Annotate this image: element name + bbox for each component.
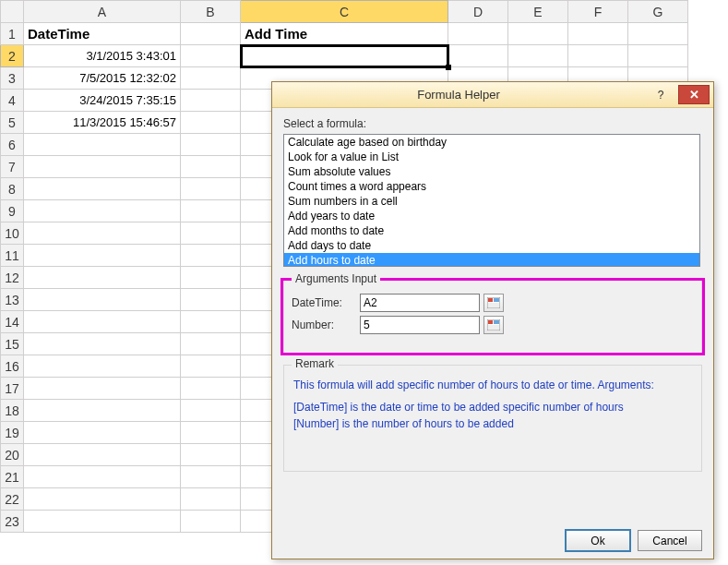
- dialog-title: Formula Helper: [272, 88, 645, 102]
- row-header-3[interactable]: 3: [1, 67, 24, 90]
- col-header-F[interactable]: F: [568, 1, 628, 23]
- range-selector-icon: [487, 297, 500, 308]
- close-button[interactable]: ✕: [678, 85, 710, 104]
- cell-B2[interactable]: [181, 45, 241, 67]
- number-input[interactable]: [360, 316, 480, 334]
- row-header-22[interactable]: 22: [1, 488, 24, 511]
- range-selector-icon: [487, 319, 500, 331]
- col-header-D[interactable]: D: [448, 1, 508, 23]
- formula-item[interactable]: Add days to date: [284, 238, 699, 253]
- remark-fieldset: Remark This formula will add specific nu…: [283, 365, 702, 472]
- cell-F2[interactable]: [568, 45, 628, 67]
- row-header-11[interactable]: 11: [1, 245, 24, 267]
- svg-rect-2: [494, 298, 499, 302]
- cancel-button[interactable]: Cancel: [638, 530, 702, 551]
- cell-B4[interactable]: [181, 90, 241, 112]
- cell-A5[interactable]: 11/3/2015 15:46:57: [24, 112, 181, 134]
- row-header-20[interactable]: 20: [1, 444, 24, 466]
- row-header-7[interactable]: 7: [1, 156, 24, 178]
- formula-listbox[interactable]: Calculate age based on birthdayLook for …: [283, 134, 700, 267]
- dialog-titlebar[interactable]: Formula Helper ? ✕: [272, 82, 713, 108]
- row-header-23[interactable]: 23: [1, 511, 24, 533]
- cell-C2-active[interactable]: [241, 45, 448, 67]
- formula-item[interactable]: Add years to date: [284, 209, 699, 223]
- cell-A2[interactable]: 3/1/2015 3:43:01: [24, 45, 181, 67]
- cell-D1[interactable]: [448, 23, 508, 45]
- select-all-corner[interactable]: [1, 1, 24, 23]
- datetime-input[interactable]: [360, 294, 480, 312]
- svg-rect-3: [488, 303, 499, 307]
- row-header-19[interactable]: 19: [1, 422, 24, 444]
- formula-item[interactable]: Calculate age based on birthday: [284, 135, 699, 150]
- cell-G2[interactable]: [628, 45, 688, 67]
- remark-legend: Remark: [292, 357, 338, 370]
- row-header-16[interactable]: 16: [1, 355, 24, 378]
- svg-rect-5: [488, 320, 493, 324]
- row-header-2[interactable]: 2: [1, 45, 24, 67]
- number-range-selector-button[interactable]: [483, 316, 504, 334]
- number-label: Number:: [292, 319, 360, 331]
- row-header-13[interactable]: 13: [1, 289, 24, 311]
- fill-handle[interactable]: [446, 65, 451, 70]
- formula-item[interactable]: Sum absolute values: [284, 164, 699, 179]
- col-header-G[interactable]: G: [628, 1, 688, 23]
- formula-helper-dialog: Formula Helper ? ✕ Select a formula: Cal…: [271, 81, 714, 559]
- remark-line1: This formula will add specific number of…: [293, 379, 692, 391]
- row-header-8[interactable]: 8: [1, 178, 24, 200]
- col-header-C[interactable]: C: [241, 1, 448, 23]
- row-header-21[interactable]: 21: [1, 466, 24, 488]
- cell-G1[interactable]: [628, 23, 688, 45]
- svg-rect-7: [488, 325, 499, 330]
- cell-C1[interactable]: Add Time: [241, 23, 448, 45]
- help-button[interactable]: ?: [645, 85, 676, 104]
- arguments-fieldset: Arguments Input DateTime: Number:: [283, 280, 702, 354]
- cell-A3[interactable]: 7/5/2015 12:32:02: [24, 67, 181, 90]
- row-header-17[interactable]: 17: [1, 378, 24, 400]
- row-header-14[interactable]: 14: [1, 311, 24, 333]
- cell-B5[interactable]: [181, 112, 241, 134]
- row-header-1[interactable]: 1: [1, 23, 24, 45]
- formula-item[interactable]: Sum numbers in a cell: [284, 194, 699, 209]
- remark-line2: [DateTime] is the date or time to be add…: [293, 401, 692, 414]
- cell-E1[interactable]: [508, 23, 568, 45]
- cell-A4[interactable]: 3/24/2015 7:35:15: [24, 90, 181, 112]
- row-header-5[interactable]: 5: [1, 112, 24, 134]
- cell-E2[interactable]: [508, 45, 568, 67]
- ok-button[interactable]: Ok: [566, 530, 630, 551]
- row-header-4[interactable]: 4: [1, 90, 24, 112]
- row-header-18[interactable]: 18: [1, 400, 24, 422]
- formula-item[interactable]: Add hours to date: [284, 253, 699, 267]
- row-header-15[interactable]: 15: [1, 333, 24, 355]
- cell-A1[interactable]: DateTime: [24, 23, 181, 45]
- formula-item[interactable]: Look for a value in List: [284, 150, 699, 164]
- arguments-legend: Arguments Input: [292, 272, 380, 285]
- col-header-B[interactable]: B: [181, 1, 241, 23]
- select-formula-label: Select a formula:: [283, 117, 702, 130]
- cell-F1[interactable]: [568, 23, 628, 45]
- formula-item[interactable]: Count times a word appears: [284, 179, 699, 194]
- remark-line3: [Number] is the number of hours to be ad…: [293, 417, 692, 430]
- col-header-E[interactable]: E: [508, 1, 568, 23]
- cell-B3[interactable]: [181, 67, 241, 90]
- row-header-9[interactable]: 9: [1, 200, 24, 222]
- svg-rect-1: [488, 298, 493, 302]
- svg-rect-6: [494, 320, 499, 324]
- row-header-10[interactable]: 10: [1, 222, 24, 245]
- cell-D2[interactable]: [448, 45, 508, 67]
- datetime-range-selector-button[interactable]: [483, 294, 504, 312]
- cell-B1[interactable]: [181, 23, 241, 45]
- row-header-12[interactable]: 12: [1, 267, 24, 289]
- datetime-label: DateTime:: [292, 296, 360, 309]
- col-header-A[interactable]: A: [24, 1, 181, 23]
- row-header-6[interactable]: 6: [1, 134, 24, 156]
- formula-item[interactable]: Add months to date: [284, 223, 699, 238]
